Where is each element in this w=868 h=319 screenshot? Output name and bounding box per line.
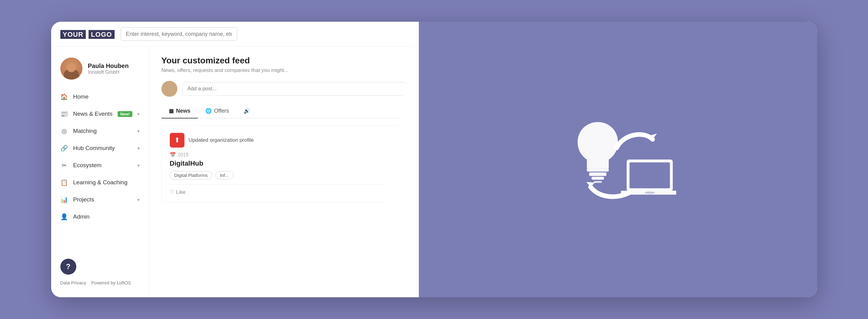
avatar: [60, 58, 83, 79]
sidebar-item-home[interactable]: 🏠 Home: [51, 88, 149, 105]
logo-box: LOGO: [89, 30, 115, 39]
avatar-face: [60, 58, 83, 79]
sidebar: Paula Houben Innoloft GmbH 🏠 Home 📰 News…: [51, 46, 149, 297]
card-content: 📅 2019 DigitalHub Digital Platforms Inf.…: [170, 152, 398, 180]
chevron-down-icon: ▾: [137, 111, 140, 117]
sidebar-item-ecosystem[interactable]: ✂ Ecosystem ▾: [51, 157, 149, 174]
tab-offers-label: Offers: [214, 108, 229, 114]
content-area: Paula Houben Innoloft GmbH 🏠 Home 📰 News…: [51, 46, 419, 297]
card-year: 📅 2019: [170, 152, 398, 158]
svg-rect-5: [629, 162, 670, 188]
sidebar-item-label: Hub Community: [73, 145, 132, 152]
svg-rect-1: [589, 172, 606, 176]
feed-card: ⬆ Updated organization profile 📅 2019 Di…: [161, 126, 407, 202]
user-name: Paula Houben: [88, 62, 129, 69]
card-tag: Inf...: [215, 171, 234, 180]
feed-subtitle: News, offers, requests and companies tha…: [161, 67, 407, 73]
card-tags: Digital Platforms Inf...: [170, 171, 398, 180]
new-badge: New!: [118, 111, 132, 117]
admin-icon: 👤: [60, 213, 68, 220]
card-company-name: DigitalHub: [170, 160, 398, 167]
offers-tab-icon: 🌐: [205, 108, 212, 114]
tab-more[interactable]: 🔊: [236, 104, 257, 119]
projects-icon: 📊: [60, 196, 68, 203]
post-input[interactable]: [182, 82, 407, 96]
learning-icon: 📋: [60, 179, 68, 186]
sidebar-item-label: Learning & Coaching: [73, 179, 140, 186]
sidebar-item-label: Ecosystem: [73, 162, 132, 169]
more-tab-icon: 🔊: [244, 108, 250, 114]
card-logo-icon: ⬆: [174, 136, 180, 144]
sidebar-item-hub-community[interactable]: 🔗 Hub Community ▾: [51, 139, 149, 157]
news-icon: 📰: [60, 110, 68, 118]
topbar: YOUR LOGO: [51, 22, 419, 46]
svg-rect-2: [591, 177, 604, 180]
sidebar-item-label: Matching: [73, 128, 132, 134]
sidebar-item-label: Home: [73, 93, 140, 100]
news-tab-icon: ▦: [169, 108, 174, 114]
chevron-down-icon: ▾: [137, 146, 140, 151]
sidebar-footer: ? Data Privacy Powered by LoftOS: [51, 253, 149, 291]
chevron-down-icon: ▾: [137, 197, 140, 203]
concept-svg-icon: [560, 110, 676, 209]
home-icon: 🏠: [60, 93, 68, 100]
card-logo: ⬆: [170, 133, 184, 148]
year-value: 2019: [178, 152, 189, 158]
calendar-icon: 📅: [170, 152, 176, 158]
heart-icon: ♡: [170, 189, 174, 195]
svg-rect-3: [593, 181, 601, 183]
sidebar-item-matching[interactable]: ◎ Matching ▾: [51, 123, 149, 139]
card-tag: Digital Platforms: [170, 171, 212, 180]
feed-tabs: ▦ News 🌐 Offers 🔊: [161, 104, 407, 119]
right-panel: [419, 22, 817, 297]
sidebar-item-label: Projects: [73, 196, 132, 203]
tab-news[interactable]: ▦ News: [161, 104, 198, 119]
concept-icon-container: [541, 92, 694, 227]
svg-marker-9: [586, 182, 595, 187]
nav-items: 🏠 Home 📰 News & Events New! ▾ ◎ Matching…: [51, 88, 149, 253]
hub-icon: 🔗: [60, 145, 68, 152]
card-action-label: Updated organization profile: [189, 137, 254, 143]
tab-news-label: News: [176, 108, 191, 114]
logo: YOUR LOGO: [60, 29, 115, 39]
sidebar-item-learning-coaching[interactable]: 📋 Learning & Coaching: [51, 174, 149, 191]
card-actions: ♡ Like: [170, 184, 398, 195]
chevron-down-icon: ▾: [137, 163, 140, 168]
svg-rect-0: [587, 168, 609, 171]
feed-title: Your customized feed: [161, 56, 407, 65]
logo-your: YOUR: [60, 30, 86, 39]
card-header: ⬆ Updated organization profile: [170, 133, 398, 148]
svg-point-7: [644, 191, 655, 194]
sidebar-item-news-events[interactable]: 📰 News & Events New! ▾: [51, 105, 149, 123]
help-button[interactable]: ?: [60, 259, 76, 275]
matching-icon: ◎: [60, 127, 68, 135]
search-input[interactable]: [121, 27, 237, 41]
sidebar-item-projects[interactable]: 📊 Projects ▾: [51, 191, 149, 208]
like-button[interactable]: ♡ Like: [170, 189, 186, 195]
sidebar-item-admin[interactable]: 👤 Admin: [51, 208, 149, 225]
left-panel: YOUR LOGO Paula Houben Innoloft GmbH: [51, 22, 419, 297]
main-card: YOUR LOGO Paula Houben Innoloft GmbH: [51, 22, 817, 297]
chevron-down-icon: ▾: [137, 128, 140, 134]
powered-by-label: Powered by LoftOS: [91, 280, 131, 285]
ecosystem-icon: ✂: [60, 162, 68, 169]
user-info: Paula Houben Innoloft GmbH: [88, 62, 129, 75]
sidebar-item-label: Admin: [73, 213, 140, 220]
like-label: Like: [176, 189, 186, 195]
post-input-area: [161, 81, 407, 97]
main-feed: Your customized feed News, offers, reque…: [149, 46, 419, 297]
data-privacy-link[interactable]: Data Privacy: [60, 280, 86, 285]
user-company: Innoloft GmbH: [88, 69, 129, 75]
post-avatar: [161, 81, 177, 97]
sidebar-item-label: News & Events: [73, 110, 113, 117]
footer-links: Data Privacy Powered by LoftOS: [60, 280, 140, 285]
tab-offers[interactable]: 🌐 Offers: [198, 104, 237, 119]
user-profile: Paula Houben Innoloft GmbH: [51, 53, 149, 88]
